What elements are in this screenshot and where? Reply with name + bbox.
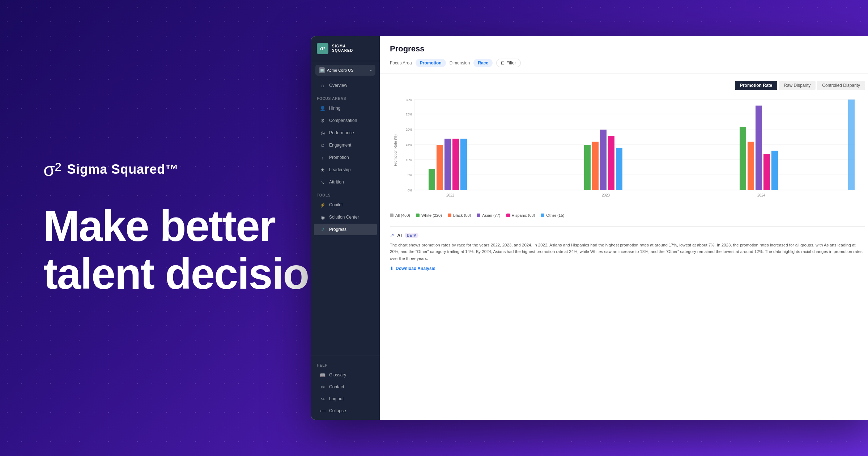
sidebar-item-label: Hiring <box>329 106 340 111</box>
ai-text: The chart shows promotion rates by race … <box>390 242 865 262</box>
org-selector[interactable]: 🏢 Acme Corp US ▾ <box>315 65 375 76</box>
sidebar-item-promotion[interactable]: ↑ Promotion <box>314 152 377 163</box>
sidebar-item-collapse[interactable]: ⟵ Collapse <box>314 405 377 417</box>
y-axis-label: Promotion Rate (%) <box>393 134 397 166</box>
legend-label-other: Other (15) <box>546 213 564 218</box>
sidebar-item-label: Overview <box>329 83 347 88</box>
attrition-icon: ↘ <box>320 179 326 185</box>
ai-badge: BETA <box>405 233 418 238</box>
sidebar-item-overview[interactable]: ⌂ Overview <box>314 80 377 91</box>
bar-2024-other <box>771 151 778 190</box>
legend-white: White (220) <box>416 213 442 218</box>
bar-2022-white <box>429 169 435 190</box>
bar-2022-asian <box>444 139 451 190</box>
home-icon: ⌂ <box>320 83 326 88</box>
chart-legend: All (460) White (220) Black (80) Asian (… <box>390 210 865 220</box>
legend-dot-hispanic <box>506 214 510 217</box>
sidebar-item-solution-center[interactable]: ◉ Solution Center <box>314 211 377 223</box>
legend-label-black: Black (80) <box>453 213 471 218</box>
brand-name: Sigma Squared™ <box>67 162 178 177</box>
sidebar-item-label: Progress <box>329 227 346 232</box>
legend-dot-other <box>541 214 544 217</box>
sidebar-item-performance[interactable]: ◎ Performance <box>314 127 377 139</box>
chart-svg: Promotion Rate (%) 0% 5% 10% <box>390 96 865 204</box>
svg-text:25%: 25% <box>406 113 412 116</box>
filter-button-label: Filter <box>506 60 516 66</box>
tab-raw-disparity-label: Raw Disparity <box>784 83 810 88</box>
filter-bar: Focus Area Promotion Dimension Race ⊟ Fi… <box>390 59 865 67</box>
hiring-icon: 👤 <box>320 105 326 111</box>
sidebar-item-label: Promotion <box>329 155 349 160</box>
sidebar-item-label: Log out <box>329 396 344 401</box>
sidebar-item-attrition[interactable]: ↘ Attrition <box>314 176 377 188</box>
legend-dot-all <box>390 214 393 217</box>
tools-label: Tools <box>311 188 380 199</box>
legend-other: Other (15) <box>541 213 564 218</box>
glossary-icon: 📖 <box>320 372 326 378</box>
sidebar-brand-text: SIGMA SQUARED <box>332 44 353 53</box>
page-title: Progress <box>390 44 865 54</box>
legend-dot-black <box>448 214 451 217</box>
leadership-icon: ★ <box>320 167 326 173</box>
performance-icon: ◎ <box>320 130 326 136</box>
bar-chart: Promotion Rate (%) 0% 5% 10% <box>390 96 865 204</box>
sidebar-item-contact[interactable]: ✉ Contact <box>314 381 377 393</box>
legend-label-white: White (220) <box>421 213 442 218</box>
tab-promotion-rate-label: Promotion Rate <box>740 83 772 88</box>
bar-2024-asian <box>756 106 762 190</box>
sidebar-item-label: Solution Center <box>329 215 359 220</box>
bar-2023-other <box>616 148 622 190</box>
sidebar-item-engagement[interactable]: ☺ Engagment <box>314 139 377 151</box>
sidebar-item-label: Performance <box>329 130 354 135</box>
svg-text:15%: 15% <box>406 143 412 147</box>
bar-2022-other <box>460 139 467 190</box>
sidebar-item-leadership[interactable]: ★ Leadership <box>314 164 377 176</box>
legend-asian: Asian (77) <box>477 213 500 218</box>
filter-dimension-chip[interactable]: Race <box>473 59 493 67</box>
sidebar-logo: σ² <box>317 43 328 54</box>
x-label-2023: 2023 <box>602 193 610 197</box>
legend-hispanic: Hispanic (68) <box>506 213 535 218</box>
legend-all: All (460) <box>390 213 410 218</box>
download-icon: ⬇ <box>390 266 393 271</box>
bar-2023-black <box>592 142 599 190</box>
filter-focus-area-label: Focus Area <box>390 60 412 66</box>
download-label: Download Analysis <box>396 266 435 271</box>
bar-2023-white <box>584 145 591 190</box>
tab-promotion-rate[interactable]: Promotion Rate <box>735 81 777 90</box>
sidebar-item-logout[interactable]: ↪ Log out <box>314 393 377 405</box>
sidebar-item-copilot[interactable]: ⚡ Copilot <box>314 199 377 211</box>
compensation-icon: $ <box>320 118 326 123</box>
logout-icon: ↪ <box>320 396 326 402</box>
filter-icon: ⊟ <box>501 60 505 66</box>
bar-2024-black <box>748 142 754 190</box>
sidebar-item-glossary[interactable]: 📖 Glossary <box>314 369 377 381</box>
sidebar-item-progress[interactable]: ↗ Progress <box>314 224 377 235</box>
x-label-2024: 2024 <box>757 193 766 197</box>
collapse-icon: ⟵ <box>320 408 326 414</box>
download-analysis-link[interactable]: ⬇ Download Analysis <box>390 266 865 271</box>
svg-text:20%: 20% <box>406 128 412 131</box>
filter-focus-area-value: Promotion <box>420 60 442 66</box>
engagement-icon: ☺ <box>320 142 326 148</box>
org-name: Acme Corp US <box>327 68 368 72</box>
sidebar-item-label: Glossary <box>329 372 346 377</box>
bar-2022-hispanic <box>452 139 459 190</box>
sidebar-item-label: Contact <box>329 384 344 389</box>
chevron-down-icon: ▾ <box>370 68 372 72</box>
legend-label-asian: Asian (77) <box>482 213 500 218</box>
copilot-icon: ⚡ <box>320 202 326 208</box>
x-label-2022: 2022 <box>446 193 455 197</box>
main-header: Progress Focus Area Promotion Dimension … <box>380 36 868 73</box>
tab-raw-disparity[interactable]: Raw Disparity <box>779 81 816 90</box>
sidebar-item-label: Copilot <box>329 202 342 207</box>
legend-dot-asian <box>477 214 480 217</box>
ai-label: AI <box>397 233 402 238</box>
sidebar-item-hiring[interactable]: 👤 Hiring <box>314 102 377 114</box>
filter-button[interactable]: ⊟ Filter <box>496 59 521 67</box>
filter-focus-area-chip[interactable]: Promotion <box>416 59 446 67</box>
sidebar-item-compensation[interactable]: $ Compensation <box>314 115 377 126</box>
focus-areas-label: Focus Areas <box>311 92 380 102</box>
sidebar-header: σ² SIGMA SQUARED <box>311 36 380 61</box>
tab-controlled-disparity[interactable]: Controlled Disparity <box>817 81 865 90</box>
